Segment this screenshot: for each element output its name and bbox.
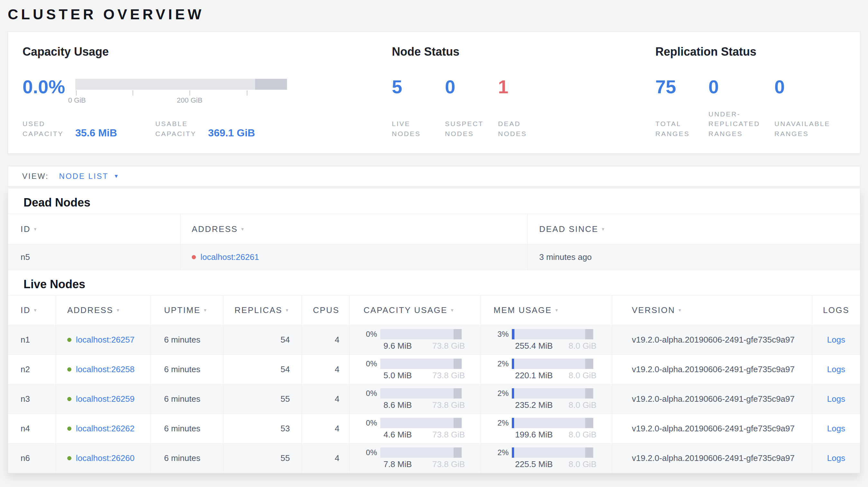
node-status-section: Node Status 5 LIVE NODES 0 SUSPECT NODES… (392, 32, 655, 154)
capacity-usage-cell: 0% 5.0 MiB 73.8 GiB (349, 355, 480, 384)
capacity-axis-ticks (75, 90, 287, 96)
live-dot-icon (67, 426, 71, 431)
capacity-percent: 0% (357, 448, 380, 457)
column-header-replicas[interactable]: REPLICAS▼ (223, 296, 302, 325)
replicas-cell: 55 (223, 444, 302, 473)
total-ranges-stat: 75 TOTAL RANGES (655, 77, 704, 154)
dead-table-header: ID▼ ADDRESS▼ DEAD SINCE▼ (8, 214, 860, 245)
capacity-usage-chart: 0.0% 0 GiB 200 GiB (23, 77, 392, 104)
uptime-cell: 6 minutes (150, 325, 223, 355)
logs-link[interactable]: Logs (827, 335, 845, 345)
mem-total-value: 8.0 GiB (568, 400, 596, 410)
cpus-cell: 4 (302, 414, 349, 443)
mem-percent: 3% (489, 330, 512, 339)
capacity-bar-endcap (454, 329, 462, 339)
cluster-overview-page: CLUSTER OVERVIEW Capacity Usage 0.0% (0, 0, 868, 474)
suspect-nodes-stat: 0 SUSPECT NODES (445, 77, 493, 154)
mem-usage: 2% 235.2 MiB 8.0 GiB (481, 388, 596, 410)
usable-capacity-value: 369.1 GiB (208, 128, 255, 139)
sort-icon: ▼ (240, 227, 245, 232)
axis-tick (132, 90, 133, 96)
axis-tick (247, 90, 247, 96)
column-header-version[interactable]: VERSION▼ (612, 296, 812, 325)
capacity-axis-labels: 0 GiB 200 GiB (75, 96, 287, 104)
node-address-link[interactable]: localhost:26259 (76, 394, 134, 404)
capacity-bar-endcap (454, 448, 462, 458)
mem-bar-endcap (585, 448, 593, 458)
version-cell: v19.2.0-alpha.20190606-2491-gfe735c9a97 (612, 444, 812, 473)
mem-usage-cell: 2% 235.2 MiB 8.0 GiB (480, 384, 612, 414)
logs-link[interactable]: Logs (827, 424, 845, 433)
column-header-mem-usage[interactable]: MEM USAGE▼ (480, 296, 612, 325)
chevron-down-icon: ▼ (114, 173, 119, 179)
column-header-id[interactable]: ID▼ (8, 296, 56, 325)
dead-dot-icon (192, 255, 196, 259)
logs-link[interactable]: Logs (827, 453, 845, 463)
capacity-bar (380, 359, 462, 369)
capacity-usage-title: Capacity Usage (23, 45, 392, 59)
view-selector[interactable]: NODE LIST ▼ (59, 172, 119, 181)
mem-usage-cell: 2% 225.5 MiB 8.0 GiB (480, 444, 612, 473)
dead-nodes-label: DEAD NODES (498, 119, 546, 139)
table-row: n5 localhost:26261 3 minutes ago (8, 245, 860, 270)
table-row: n4 localhost:26262 6 minutes 53 4 0% 4.6… (8, 414, 860, 444)
logs-cell: Logs (812, 355, 860, 384)
suspect-nodes-count: 0 (445, 77, 493, 96)
version-cell: v19.2.0-alpha.20190606-2491-gfe735c9a97 (612, 355, 812, 384)
capacity-used-value: 7.8 MiB (383, 459, 412, 469)
mem-percent: 2% (489, 419, 512, 427)
mem-bar (512, 448, 593, 458)
logs-link[interactable]: Logs (827, 394, 845, 404)
live-nodes-stat: 5 LIVE NODES (392, 77, 440, 154)
usable-capacity-label: USABLE CAPACITY (155, 119, 204, 139)
cpus-cell: 4 (302, 325, 349, 355)
logs-link[interactable]: Logs (827, 364, 845, 375)
dead-nodes-count: 1 (498, 77, 546, 96)
table-row: n1 localhost:26257 6 minutes 54 4 0% 9.6… (8, 325, 860, 355)
column-header-address[interactable]: ADDRESS▼ (180, 214, 527, 244)
mem-used-value: 235.2 MiB (515, 400, 553, 410)
nodes-panel: Dead Nodes ID▼ ADDRESS▼ DEAD SINCE▼ n5 l… (8, 189, 860, 474)
node-address-link[interactable]: localhost:26262 (76, 424, 134, 433)
node-id-cell: n2 (8, 355, 56, 384)
capacity-bar (75, 79, 287, 90)
capacity-total-value: 73.8 GiB (432, 341, 465, 351)
view-selected-value: NODE LIST (59, 172, 109, 181)
table-row: n3 localhost:26259 6 minutes 55 4 0% 8.6… (8, 384, 860, 414)
sort-icon: ▼ (450, 308, 455, 313)
mem-total-value: 8.0 GiB (568, 370, 596, 381)
live-nodes-heading: Live Nodes (8, 270, 860, 295)
node-address-link[interactable]: localhost:26258 (76, 364, 134, 375)
column-header-address[interactable]: ADDRESS▼ (56, 296, 150, 325)
node-address-link[interactable]: localhost:26257 (76, 335, 134, 345)
capacity-percent: 0% (357, 389, 380, 398)
axis-label: 200 GiB (177, 96, 203, 104)
under-replicated-stat: 0 UNDER-REPLICATED RANGES (708, 77, 770, 154)
mem-usage: 2% 199.6 MiB 8.0 GiB (481, 418, 596, 440)
capacity-usage-cell: 0% 8.6 MiB 73.8 GiB (349, 384, 480, 414)
node-address-cell: localhost:26261 (180, 245, 527, 270)
capacity-stats: USED CAPACITY 35.6 MiB USABLE CAPACITY 3… (23, 119, 392, 139)
total-ranges-label: TOTAL RANGES (655, 119, 704, 139)
logs-cell: Logs (812, 444, 860, 473)
used-capacity-stat: USED CAPACITY 35.6 MiB (23, 119, 117, 139)
replicas-cell: 53 (223, 414, 302, 443)
column-header-dead-since[interactable]: DEAD SINCE▼ (527, 214, 860, 244)
sort-icon: ▼ (116, 308, 121, 313)
sort-icon: ▼ (285, 308, 290, 313)
capacity-bar (380, 329, 462, 339)
node-address-link[interactable]: localhost:26260 (76, 453, 134, 463)
capacity-usage: 0% 9.6 MiB 73.8 GiB (349, 329, 465, 351)
suspect-nodes-label: SUSPECT NODES (445, 119, 493, 139)
capacity-usage: 0% 7.8 MiB 73.8 GiB (349, 448, 465, 469)
column-header-uptime[interactable]: UPTIME▼ (150, 296, 223, 325)
replication-stats: 75 TOTAL RANGES 0 UNDER-REPLICATED RANGE… (655, 77, 860, 154)
node-id-cell: n1 (8, 325, 56, 355)
dead-nodes-stat: 1 DEAD NODES (498, 77, 546, 154)
mem-percent: 2% (489, 389, 512, 398)
column-header-capacity-usage[interactable]: CAPACITY USAGE▼ (349, 296, 480, 325)
live-dot-icon (67, 397, 71, 401)
view-label: VIEW: (22, 172, 49, 181)
node-address-link[interactable]: localhost:26261 (200, 252, 259, 262)
column-header-id[interactable]: ID▼ (8, 214, 180, 244)
